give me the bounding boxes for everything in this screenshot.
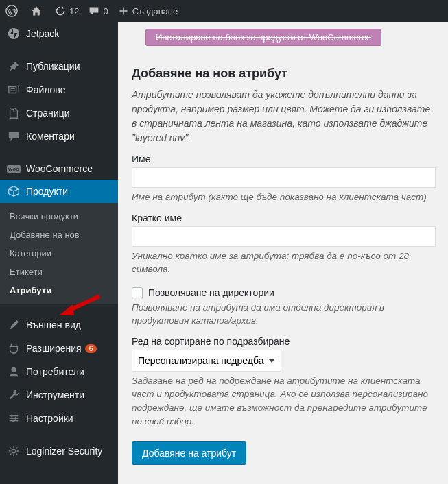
plugin-icon [7, 342, 21, 354]
archive-checkbox[interactable] [132, 287, 143, 298]
pages-icon [7, 107, 21, 119]
intro-text: Атрибутите позволяват да укажете допълни… [132, 88, 436, 145]
home-link[interactable] [31, 5, 45, 16]
plugins-update-badge: 6 [85, 344, 97, 353]
sub-item-attributes[interactable]: Атрибути [0, 281, 118, 300]
svg-point-1 [8, 28, 19, 39]
menu-plugins[interactable]: Разширения6 [0, 337, 118, 360]
admin-sidebar: Jetpack Публикации Файлове Страници Коме… [0, 22, 118, 484]
svg-rect-7 [15, 417, 16, 420]
archive-hint: Позволяване на атрибута да има отделна д… [132, 301, 436, 328]
comments-count: 0 [103, 6, 108, 16]
slug-label: Кратко име [132, 213, 436, 223]
comment-icon [7, 130, 21, 143]
sub-item-categories[interactable]: Категории [0, 244, 118, 263]
tools-icon [7, 389, 21, 401]
updates-link[interactable]: 12 [55, 5, 79, 16]
menu-users[interactable]: Потребители [0, 360, 118, 383]
menu-products[interactable]: Продукти [0, 180, 118, 203]
settings-icon [7, 412, 21, 424]
svg-rect-6 [11, 415, 12, 418]
sub-item-tags[interactable]: Етикети [0, 263, 118, 281]
sub-item-all[interactable]: Всички продукти [0, 207, 118, 226]
menu-media[interactable]: Файлове [0, 78, 118, 101]
menu-appearance[interactable]: Външен вид [0, 313, 118, 337]
menu-settings[interactable]: Настройки [0, 407, 118, 430]
products-icon [7, 185, 21, 197]
menu-tools[interactable]: Инструменти [0, 383, 118, 407]
wp-logo[interactable] [5, 5, 21, 17]
plus-icon [118, 5, 129, 16]
slug-hint: Уникално кратко име за атрибута; трябва … [132, 250, 436, 276]
svg-rect-8 [12, 420, 14, 422]
svg-rect-4 [10, 418, 19, 419]
svg-point-9 [12, 449, 15, 452]
archive-label: Позволяване на директории [148, 287, 274, 298]
create-label: Създаване [132, 6, 178, 16]
comments-link[interactable]: 0 [89, 5, 108, 16]
sort-label: Ред на сортиране по подразбиране [132, 336, 436, 347]
admin-topbar: 12 0 Създаване [0, 0, 448, 22]
gear-icon [7, 445, 21, 457]
refresh-icon [55, 5, 66, 16]
add-attribute-button[interactable]: Добавяне на атрибут [132, 441, 246, 465]
home-icon [31, 5, 42, 16]
sort-select[interactable]: Персонализирана подредба [132, 350, 281, 372]
slug-input[interactable] [132, 226, 436, 247]
menu-comments[interactable]: Коментари [0, 125, 118, 148]
name-input[interactable] [132, 167, 436, 188]
sort-hint: Задаване на ред на подреждане на атрибут… [132, 374, 436, 428]
jetpack-icon [7, 27, 21, 40]
updates-count: 12 [69, 6, 79, 16]
comment-icon [89, 5, 99, 16]
sub-item-add[interactable]: Добавяне на нов [0, 226, 118, 244]
create-link[interactable]: Създаване [118, 5, 178, 16]
svg-point-2 [11, 367, 16, 372]
name-label: Име [132, 154, 436, 165]
menu-pages[interactable]: Страници [0, 101, 118, 125]
media-icon [7, 84, 21, 96]
woocommerce-icon: woo [7, 165, 21, 173]
menu-loginizer[interactable]: Loginizer Security [0, 439, 118, 463]
install-block-banner[interactable]: Инсталиране на блок за продукти от WooCo… [145, 29, 381, 46]
submenu-products: Всички продукти Добавяне на нов Категори… [0, 203, 118, 304]
pin-icon [7, 60, 21, 73]
name-hint: Име на атрибут (както ще бъде показвано … [132, 191, 436, 204]
wordpress-icon [5, 5, 18, 17]
users-icon [7, 365, 21, 378]
brush-icon [7, 319, 21, 331]
menu-jetpack[interactable]: Jetpack [0, 22, 118, 45]
svg-rect-3 [10, 415, 19, 417]
menu-woocommerce[interactable]: wooWooCommerce [0, 158, 118, 180]
menu-posts[interactable]: Публикации [0, 55, 118, 78]
content-area: Инсталиране на блок за продукти от WooCo… [118, 22, 448, 484]
page-title: Добавяне на нов атрибут [132, 66, 436, 81]
